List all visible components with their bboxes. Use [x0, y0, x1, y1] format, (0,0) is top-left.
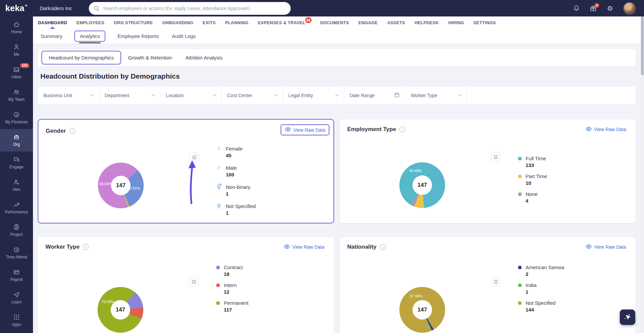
legend-item[interactable]: ♀Female45 [217, 146, 256, 159]
nav-item-onboarding[interactable]: ONBOARDING [162, 16, 193, 29]
info-icon[interactable]: i [380, 244, 386, 250]
nav-item-hiring[interactable]: HIRING [448, 16, 464, 29]
sidebar-item-engage[interactable]: Engage [0, 152, 33, 174]
ai-assistant-fab[interactable] [620, 309, 635, 325]
user-avatar[interactable] [623, 2, 636, 15]
filter-date-range[interactable]: Date Range [344, 86, 405, 105]
nav-item-employees[interactable]: EMPLOYEES [76, 16, 104, 29]
info-icon[interactable]: i [69, 128, 75, 134]
sidebar-item-my-finances[interactable]: $My Finances [0, 107, 33, 129]
legend-item[interactable]: Permanent117 [216, 300, 248, 313]
sidebar-item-label: Payroll [10, 277, 23, 282]
legend-text: Part Time10 [526, 173, 547, 186]
sidebar-item-learn[interactable]: Learn [0, 287, 33, 309]
keka-logo[interactable]: keka✦ [0, 0, 33, 16]
nav-item-expenses-travel[interactable]: EXPENSES & TRAVEL48 [258, 16, 305, 29]
filter-business-unit[interactable]: Business Unit [38, 86, 99, 105]
donut-chart[interactable]: 14797.96% [399, 287, 445, 333]
legend-item[interactable]: Intern12 [216, 282, 248, 295]
filter-department[interactable]: Department [99, 86, 160, 105]
view-raw-data-button[interactable]: View Raw Data [281, 124, 329, 135]
legend-item[interactable]: Not Specified144 [518, 300, 564, 313]
donut-chart[interactable]: 14779.59% [98, 287, 143, 333]
nav-item-exits[interactable]: EXITS [203, 16, 216, 29]
legend-label: Male [226, 165, 237, 171]
subnav-item-employee-reports[interactable]: Employee Reports [117, 31, 159, 41]
sidebar-item-payroll[interactable]: Payroll [0, 264, 33, 287]
search-input[interactable] [89, 2, 291, 15]
filter-location[interactable]: Location [160, 86, 222, 105]
legend-value: 1 [526, 288, 537, 295]
settings-gear-icon[interactable]: ⚙ [606, 5, 614, 12]
legend-item[interactable]: ⚥Non-binary1 [217, 184, 256, 197]
chart-context-menu-button[interactable] [189, 153, 199, 162]
nav-item-engage[interactable]: ENGAGE [358, 16, 378, 29]
view-raw-data-button[interactable]: View Raw Data [583, 126, 628, 133]
svg-text:$: $ [15, 113, 17, 117]
sidebar-item-my-team[interactable]: My Team [0, 84, 33, 107]
sidebar-item-me[interactable]: Me [0, 39, 33, 61]
legend-item[interactable]: ♂Male100 [217, 165, 256, 178]
subnav-item-analytics[interactable]: Analytics [74, 31, 105, 42]
info-icon[interactable]: i [83, 244, 89, 250]
nav-item-settings[interactable]: SETTINGS [473, 16, 496, 29]
sidebar-item-apps[interactable]: Apps [0, 309, 33, 332]
tab-growth-retention[interactable]: Growth & Retention [121, 51, 179, 64]
legend-item[interactable]: ⚲Not Specified1 [217, 203, 256, 216]
legend-item[interactable]: India1 [518, 282, 564, 295]
sidebar-item-org[interactable]: Org [0, 129, 33, 152]
filter-bar-spacer [467, 86, 636, 105]
nav-item-planning[interactable]: PLANNING [225, 16, 249, 29]
donut-chart[interactable]: 14790.48% [399, 162, 445, 208]
legend-item[interactable]: Full Time133 [518, 156, 547, 169]
nav-item-assets[interactable]: ASSETS [387, 16, 405, 29]
filter-legal-entity[interactable]: Legal Entity [283, 86, 344, 105]
tab-headcount-by-demographics[interactable]: Headcount by Demographics [41, 51, 121, 65]
legend-color-dot [216, 301, 220, 305]
eye-icon [585, 244, 592, 250]
project-icon [13, 224, 20, 231]
filter-worker-type[interactable]: Worker Type [405, 86, 467, 105]
nav-item-helpdesk[interactable]: HELPDESK [415, 16, 439, 29]
sidebar-item-hire[interactable]: Hire [0, 174, 33, 197]
sidebar-item-project[interactable]: Project [0, 219, 33, 242]
card-header: NationalityiView Raw Data [340, 237, 636, 250]
view-raw-data-button[interactable]: View Raw Data [282, 244, 326, 250]
legend-item[interactable]: Part Time10 [518, 173, 547, 186]
filter-cost-center[interactable]: Cost Center [222, 86, 283, 105]
slice-percent-label: 97.96% [410, 294, 422, 298]
legend-label: Intern [224, 282, 237, 288]
legend-text: Full Time133 [526, 156, 546, 169]
subnav-item-summary[interactable]: Summary [40, 31, 63, 41]
donut-chart[interactable]: 14768.03%30.61% [98, 163, 144, 208]
nav-item-org-structure[interactable]: ORG STRUCTURE [114, 16, 153, 29]
legend-value: 45 [226, 152, 243, 159]
legend-text: Intern12 [224, 282, 237, 295]
sidebar-item-label: Home [11, 30, 22, 34]
filter-label: Cost Center [227, 93, 252, 98]
sidebar-item-inbox[interactable]: 141Inbox [0, 61, 33, 84]
nav-item-label: PLANNING [225, 20, 249, 25]
sidebar-item-time-attend[interactable]: Time Attend [0, 242, 33, 264]
legend-item[interactable]: Contract18 [216, 264, 248, 278]
time-icon [13, 246, 20, 253]
card-employment-type: Employment TypeiView Raw Data14790.48%Fu… [339, 119, 636, 223]
notifications-bell-icon[interactable] [573, 5, 580, 12]
chart-context-menu-button[interactable] [491, 152, 500, 162]
nav-item-dashboard[interactable]: DASHBOARD [38, 16, 67, 29]
chart-context-menu-button[interactable] [491, 277, 500, 286]
sidebar-item-home[interactable]: Home [0, 16, 33, 39]
view-raw-data-button[interactable]: View Raw Data [583, 244, 628, 250]
tab-attrition-analysis[interactable]: Attrition Analysis [179, 51, 229, 64]
announcements-icon[interactable]: 9 [589, 5, 597, 12]
chart-context-menu-button[interactable] [189, 277, 199, 286]
nav-item-documents[interactable]: DOCUMENTS [320, 16, 349, 29]
info-icon[interactable]: i [399, 126, 405, 132]
subnav-item-audit-logs[interactable]: Audit Logs [171, 31, 196, 41]
card-worker-type: Worker TypeiView Raw Data14779.59%Contra… [38, 237, 334, 333]
topbar-icons: 9 ⚙ [573, 2, 636, 15]
legend-item[interactable]: American Samoa2 [518, 264, 564, 278]
scrollbar-thumb[interactable] [641, 16, 644, 75]
sidebar-item-performance[interactable]: Performance [0, 197, 33, 219]
legend-item[interactable]: None4 [518, 191, 547, 204]
